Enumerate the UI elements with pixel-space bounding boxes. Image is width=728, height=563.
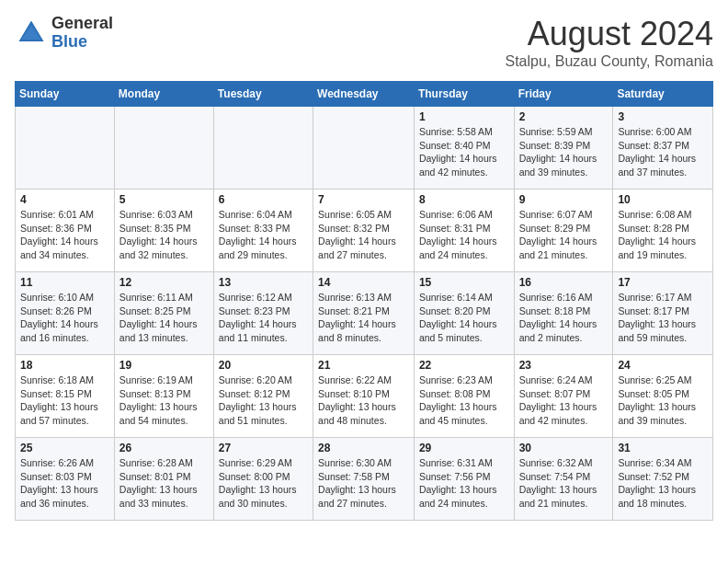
main-title: August 2024: [506, 15, 714, 53]
day-header-wednesday: Wednesday: [313, 82, 415, 107]
calendar-cell: 6Sunrise: 6:04 AM Sunset: 8:33 PM Daylig…: [213, 190, 313, 272]
cell-info: Sunrise: 6:18 AM Sunset: 8:15 PM Dayligh…: [20, 373, 109, 428]
cell-info: Sunrise: 6:17 AM Sunset: 8:17 PM Dayligh…: [618, 291, 708, 345]
calendar-cell: 13Sunrise: 6:12 AM Sunset: 8:23 PM Dayli…: [213, 272, 313, 355]
cell-info: Sunrise: 6:10 AM Sunset: 8:26 PM Dayligh…: [20, 291, 109, 345]
day-header-tuesday: Tuesday: [213, 82, 313, 107]
cell-date-number: 15: [419, 276, 509, 289]
logo-icon: [15, 17, 48, 50]
cell-date-number: 11: [20, 276, 109, 289]
calendar-cell: 15Sunrise: 6:14 AM Sunset: 8:20 PM Dayli…: [414, 272, 514, 355]
calendar-header-row: Sunday Monday Tuesday Wednesday Thursday…: [16, 82, 713, 107]
calendar-cell: 8Sunrise: 6:06 AM Sunset: 8:31 PM Daylig…: [414, 190, 514, 272]
calendar-cell: 16Sunrise: 6:16 AM Sunset: 8:18 PM Dayli…: [514, 272, 613, 355]
calendar-week-5: 25Sunrise: 6:26 AM Sunset: 8:03 PM Dayli…: [16, 438, 713, 521]
calendar-cell: 14Sunrise: 6:13 AM Sunset: 8:21 PM Dayli…: [313, 272, 415, 355]
calendar-cell: [213, 107, 313, 190]
cell-info: Sunrise: 6:05 AM Sunset: 8:32 PM Dayligh…: [318, 208, 409, 262]
calendar-cell: 20Sunrise: 6:20 AM Sunset: 8:12 PM Dayli…: [213, 355, 313, 438]
cell-info: Sunrise: 6:08 AM Sunset: 8:28 PM Dayligh…: [618, 208, 708, 262]
calendar-cell: 21Sunrise: 6:22 AM Sunset: 8:10 PM Dayli…: [313, 355, 415, 438]
cell-info: Sunrise: 6:29 AM Sunset: 8:00 PM Dayligh…: [219, 456, 308, 511]
calendar-cell: [16, 107, 115, 190]
calendar-cell: 1Sunrise: 5:58 AM Sunset: 8:40 PM Daylig…: [414, 107, 514, 190]
cell-info: Sunrise: 6:03 AM Sunset: 8:35 PM Dayligh…: [119, 208, 209, 262]
cell-info: Sunrise: 6:30 AM Sunset: 7:58 PM Dayligh…: [318, 456, 409, 511]
calendar-cell: 11Sunrise: 6:10 AM Sunset: 8:26 PM Dayli…: [16, 272, 115, 355]
calendar-cell: [313, 107, 415, 190]
calendar-cell: 26Sunrise: 6:28 AM Sunset: 8:01 PM Dayli…: [114, 438, 213, 521]
day-header-monday: Monday: [114, 82, 213, 107]
calendar-cell: 5Sunrise: 6:03 AM Sunset: 8:35 PM Daylig…: [114, 190, 213, 272]
day-header-saturday: Saturday: [613, 82, 713, 107]
title-section: August 2024 Stalpu, Buzau County, Romani…: [506, 15, 714, 70]
cell-info: Sunrise: 6:11 AM Sunset: 8:25 PM Dayligh…: [119, 291, 209, 345]
calendar-cell: 9Sunrise: 6:07 AM Sunset: 8:29 PM Daylig…: [514, 190, 613, 272]
calendar-cell: 25Sunrise: 6:26 AM Sunset: 8:03 PM Dayli…: [16, 438, 115, 521]
cell-date-number: 2: [519, 110, 609, 123]
calendar-cell: 7Sunrise: 6:05 AM Sunset: 8:32 PM Daylig…: [313, 190, 415, 272]
calendar-cell: 31Sunrise: 6:34 AM Sunset: 7:52 PM Dayli…: [613, 438, 713, 521]
cell-date-number: 5: [119, 193, 209, 206]
cell-info: Sunrise: 6:07 AM Sunset: 8:29 PM Dayligh…: [519, 208, 609, 262]
cell-info: Sunrise: 6:22 AM Sunset: 8:10 PM Dayligh…: [318, 373, 409, 428]
cell-date-number: 8: [419, 193, 509, 206]
calendar-week-1: 1Sunrise: 5:58 AM Sunset: 8:40 PM Daylig…: [16, 107, 713, 190]
cell-info: Sunrise: 6:26 AM Sunset: 8:03 PM Dayligh…: [20, 456, 109, 511]
day-header-thursday: Thursday: [414, 82, 514, 107]
calendar-cell: 24Sunrise: 6:25 AM Sunset: 8:05 PM Dayli…: [613, 355, 713, 438]
page-header: General Blue August 2024 Stalpu, Buzau C…: [15, 15, 713, 70]
cell-info: Sunrise: 6:06 AM Sunset: 8:31 PM Dayligh…: [419, 208, 509, 262]
calendar-cell: 17Sunrise: 6:17 AM Sunset: 8:17 PM Dayli…: [613, 272, 713, 355]
calendar-cell: 12Sunrise: 6:11 AM Sunset: 8:25 PM Dayli…: [114, 272, 213, 355]
cell-date-number: 7: [318, 193, 409, 206]
calendar-cell: 30Sunrise: 6:32 AM Sunset: 7:54 PM Dayli…: [514, 438, 613, 521]
cell-date-number: 1: [419, 110, 509, 123]
cell-date-number: 12: [119, 276, 209, 289]
cell-date-number: 4: [20, 193, 109, 206]
cell-info: Sunrise: 6:20 AM Sunset: 8:12 PM Dayligh…: [219, 373, 308, 428]
cell-info: Sunrise: 6:16 AM Sunset: 8:18 PM Dayligh…: [519, 291, 609, 345]
cell-info: Sunrise: 5:59 AM Sunset: 8:39 PM Dayligh…: [519, 125, 609, 179]
cell-info: Sunrise: 6:01 AM Sunset: 8:36 PM Dayligh…: [20, 208, 109, 262]
logo: General Blue: [15, 15, 113, 52]
calendar-cell: 4Sunrise: 6:01 AM Sunset: 8:36 PM Daylig…: [16, 190, 115, 272]
cell-info: Sunrise: 6:13 AM Sunset: 8:21 PM Dayligh…: [318, 291, 409, 345]
logo-blue: Blue: [51, 33, 113, 52]
calendar-cell: 23Sunrise: 6:24 AM Sunset: 8:07 PM Dayli…: [514, 355, 613, 438]
calendar-cell: 19Sunrise: 6:19 AM Sunset: 8:13 PM Dayli…: [114, 355, 213, 438]
day-header-sunday: Sunday: [16, 82, 115, 107]
cell-info: Sunrise: 6:04 AM Sunset: 8:33 PM Dayligh…: [219, 208, 308, 262]
sub-title: Stalpu, Buzau County, Romania: [506, 53, 714, 70]
calendar-cell: 18Sunrise: 6:18 AM Sunset: 8:15 PM Dayli…: [16, 355, 115, 438]
cell-date-number: 14: [318, 276, 409, 289]
cell-date-number: 24: [618, 359, 708, 372]
cell-date-number: 23: [519, 359, 609, 372]
calendar-cell: 29Sunrise: 6:31 AM Sunset: 7:56 PM Dayli…: [414, 438, 514, 521]
logo-general: General: [51, 15, 113, 33]
cell-date-number: 21: [318, 359, 409, 372]
calendar-cell: 27Sunrise: 6:29 AM Sunset: 8:00 PM Dayli…: [213, 438, 313, 521]
calendar-week-2: 4Sunrise: 6:01 AM Sunset: 8:36 PM Daylig…: [16, 190, 713, 272]
cell-date-number: 25: [20, 442, 109, 454]
cell-date-number: 16: [519, 276, 609, 289]
calendar-week-3: 11Sunrise: 6:10 AM Sunset: 8:26 PM Dayli…: [16, 272, 713, 355]
cell-date-number: 29: [419, 442, 509, 454]
day-header-friday: Friday: [514, 82, 613, 107]
cell-info: Sunrise: 6:23 AM Sunset: 8:08 PM Dayligh…: [419, 373, 509, 428]
cell-info: Sunrise: 6:00 AM Sunset: 8:37 PM Dayligh…: [618, 125, 708, 179]
calendar-cell: 10Sunrise: 6:08 AM Sunset: 8:28 PM Dayli…: [613, 190, 713, 272]
cell-info: Sunrise: 6:31 AM Sunset: 7:56 PM Dayligh…: [419, 456, 509, 511]
cell-date-number: 10: [618, 193, 708, 206]
cell-info: Sunrise: 6:28 AM Sunset: 8:01 PM Dayligh…: [119, 456, 209, 511]
calendar-cell: 3Sunrise: 6:00 AM Sunset: 8:37 PM Daylig…: [613, 107, 713, 190]
cell-info: Sunrise: 6:32 AM Sunset: 7:54 PM Dayligh…: [519, 456, 609, 511]
cell-date-number: 20: [219, 359, 308, 372]
cell-date-number: 17: [618, 276, 708, 289]
cell-date-number: 13: [219, 276, 308, 289]
cell-date-number: 6: [219, 193, 308, 206]
cell-info: Sunrise: 6:14 AM Sunset: 8:20 PM Dayligh…: [419, 291, 509, 345]
cell-date-number: 26: [119, 442, 209, 454]
calendar: Sunday Monday Tuesday Wednesday Thursday…: [15, 81, 713, 521]
cell-date-number: 22: [419, 359, 509, 372]
